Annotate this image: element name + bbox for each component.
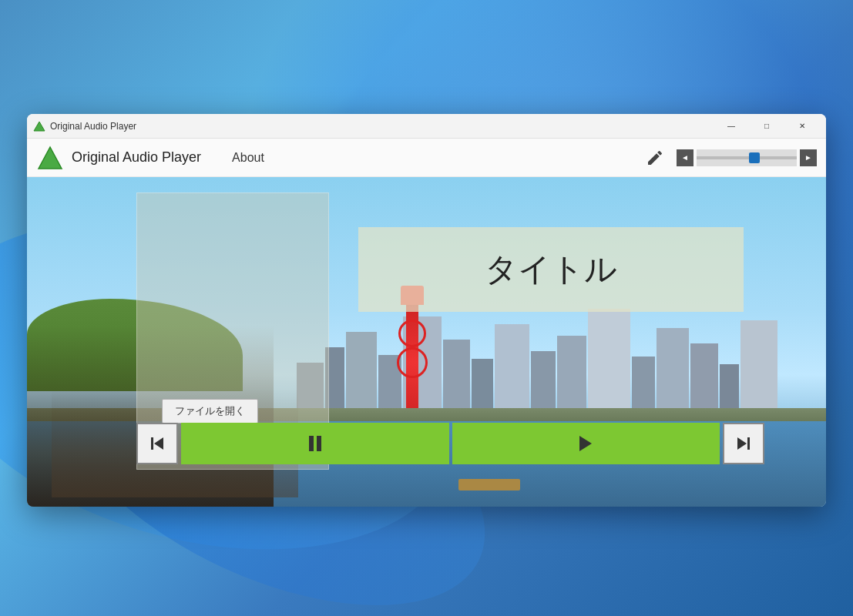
app-icon-small	[33, 120, 45, 132]
title-bar-text: Original Audio Player	[50, 121, 714, 132]
pencil-icon	[646, 149, 664, 167]
app-title: Original Audio Player	[72, 149, 201, 166]
track-title-text: タイトル	[485, 248, 617, 291]
svg-rect-4	[309, 436, 314, 451]
svg-marker-3	[154, 437, 163, 450]
playback-controls	[136, 423, 764, 464]
window-controls: — □ ✕	[714, 114, 820, 139]
svg-marker-0	[34, 122, 45, 131]
skip-back-icon	[148, 434, 166, 453]
previous-button[interactable]	[136, 423, 178, 464]
close-button[interactable]: ✕	[784, 114, 820, 139]
volume-down-button[interactable]: ◄	[677, 149, 693, 166]
next-button[interactable]	[723, 423, 764, 464]
svg-marker-6	[579, 436, 592, 451]
app-window: Original Audio Player — □ ✕ Original Aud…	[27, 114, 826, 507]
file-open-button[interactable]: ファイルを開く	[162, 399, 258, 424]
boat	[458, 479, 520, 490]
edit-button[interactable]	[641, 144, 669, 172]
play-icon	[575, 433, 596, 454]
volume-up-button[interactable]: ►	[800, 149, 817, 166]
svg-rect-2	[151, 437, 153, 450]
volume-slider-container	[697, 149, 797, 166]
app-logo	[36, 144, 64, 172]
title-bar: Original Audio Player — □ ✕	[27, 114, 826, 139]
svg-rect-7	[747, 437, 750, 450]
volume-slider-track[interactable]	[697, 156, 797, 159]
pause-icon	[304, 433, 326, 454]
volume-slider-fill	[697, 156, 757, 159]
svg-marker-8	[737, 437, 747, 450]
about-menu-item[interactable]: About	[224, 148, 272, 168]
svg-rect-5	[317, 436, 321, 451]
svg-marker-1	[39, 147, 62, 169]
maximize-button[interactable]: □	[749, 114, 784, 139]
volume-slider-thumb[interactable]	[749, 152, 760, 163]
pause-button[interactable]	[181, 423, 449, 464]
volume-control: ◄ ►	[677, 149, 817, 166]
player-content-area: タイトル ファイルを開く	[27, 177, 826, 507]
play-button[interactable]	[452, 423, 720, 464]
minimize-button[interactable]: —	[714, 114, 749, 139]
menu-bar: Original Audio Player About ◄ ►	[27, 139, 826, 177]
skip-forward-icon	[734, 434, 753, 453]
track-title-box: タイトル	[358, 227, 744, 312]
